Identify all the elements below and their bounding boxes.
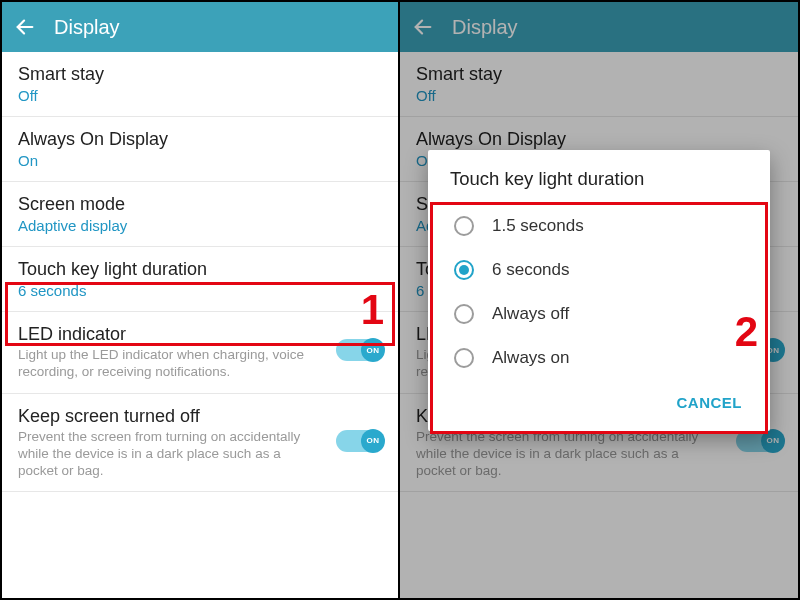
row-title: Touch key light duration — [18, 259, 382, 280]
settings-screen-step2: Display Smart stay Off Always On Display… — [400, 2, 798, 598]
row-description: Prevent the screen from turning on accid… — [18, 429, 318, 480]
row-value: Off — [18, 87, 382, 104]
touch-key-duration-dialog: Touch key light duration 1.5 seconds 6 s… — [428, 150, 770, 431]
switch-on[interactable]: ON — [336, 430, 384, 452]
led-toggle[interactable]: ON — [336, 339, 384, 365]
keep-off-toggle[interactable]: ON — [336, 430, 384, 456]
settings-screen-step1: Display Smart stay Off Always On Display… — [2, 2, 400, 598]
switch-label: ON — [361, 429, 385, 453]
radio-icon — [454, 348, 474, 368]
row-keep-screen-off[interactable]: Keep screen turned off Prevent the scree… — [2, 394, 398, 493]
annotation-number-1: 1 — [361, 286, 384, 334]
row-value: Adaptive display — [18, 217, 382, 234]
cancel-button[interactable]: CANCEL — [669, 388, 751, 417]
option-1-5-seconds[interactable]: 1.5 seconds — [428, 204, 770, 248]
radio-icon-checked — [454, 260, 474, 280]
row-smart-stay[interactable]: Smart stay Off — [2, 52, 398, 117]
row-value: On — [18, 152, 382, 169]
option-label: Always on — [492, 348, 569, 368]
option-label: Always off — [492, 304, 569, 324]
dialog-title: Touch key light duration — [428, 168, 770, 204]
back-icon[interactable] — [14, 16, 36, 38]
app-bar: Display — [2, 2, 398, 52]
row-screen-mode[interactable]: Screen mode Adaptive display — [2, 182, 398, 247]
row-value: 6 seconds — [18, 282, 382, 299]
radio-icon — [454, 304, 474, 324]
page-title: Display — [54, 16, 120, 39]
settings-list: Smart stay Off Always On Display On Scre… — [2, 52, 398, 598]
row-title: Smart stay — [18, 64, 382, 85]
row-title: Always On Display — [18, 129, 382, 150]
row-led-indicator[interactable]: LED indicator Light up the LED indicator… — [2, 312, 398, 394]
row-title: Screen mode — [18, 194, 382, 215]
row-title: LED indicator — [18, 324, 382, 345]
row-title: Keep screen turned off — [18, 406, 382, 427]
option-always-off[interactable]: Always off — [428, 292, 770, 336]
switch-on[interactable]: ON — [336, 339, 384, 361]
row-always-on-display[interactable]: Always On Display On — [2, 117, 398, 182]
switch-label: ON — [361, 338, 385, 362]
row-description: Light up the LED indicator when charging… — [18, 347, 318, 381]
radio-icon — [454, 216, 474, 236]
annotation-number-2: 2 — [735, 308, 758, 356]
dialog-actions: CANCEL — [428, 380, 770, 423]
option-label: 6 seconds — [492, 260, 570, 280]
option-6-seconds[interactable]: 6 seconds — [428, 248, 770, 292]
row-touch-key-light-duration[interactable]: Touch key light duration 6 seconds — [2, 247, 398, 312]
option-always-on[interactable]: Always on — [428, 336, 770, 380]
option-label: 1.5 seconds — [492, 216, 584, 236]
